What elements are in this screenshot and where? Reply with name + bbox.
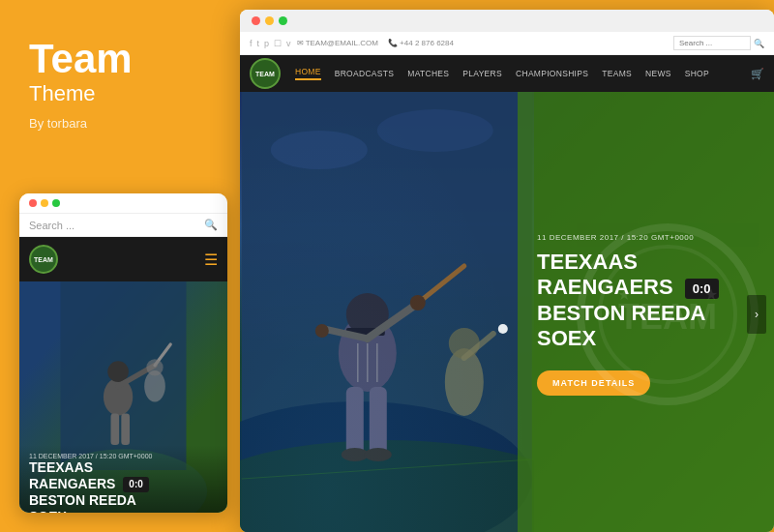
- mobile-match-date: 11 DECEMBER 2017 / 15:20 GMT+0000: [29, 453, 218, 459]
- nav-item-teams[interactable]: TEAMS: [602, 69, 632, 78]
- nav-item-broadcasts[interactable]: BROADCASTS: [335, 69, 395, 78]
- topbar-search[interactable]: 🔍: [673, 36, 764, 50]
- theme-author: By torbara: [29, 116, 203, 131]
- nav-item-championships[interactable]: CHAMPIONSHIPS: [516, 69, 588, 78]
- mobile-titlebar: [19, 193, 227, 213]
- email-contact: ✉ TEAM@EMAIL.COM: [297, 39, 378, 47]
- theme-title: Team: [29, 39, 203, 79]
- svg-text:★: ★: [617, 286, 631, 303]
- hero-next-arrow[interactable]: ›: [747, 295, 766, 334]
- mobile-dot-green: [52, 199, 60, 207]
- topbar-social: f t p ☐ v: [250, 39, 291, 48]
- desktop-dot-yellow: [265, 16, 274, 25]
- topbar-left: f t p ☐ v ✉ TEAM@EMAIL.COM 📞 +44 2 876 6…: [250, 39, 454, 48]
- mobile-match-title: TEEXAAS RAENGAERS 0:0 BESTON REEDA SOEX: [29, 459, 218, 513]
- stadium-lights: [240, 92, 534, 532]
- nav-item-home[interactable]: HOME: [295, 67, 321, 80]
- hero-overlay-right: TEAM ★ ★ 11 DECEMBER 2017 / 15:20 GMT+00…: [518, 92, 774, 532]
- theme-subtitle: Theme: [29, 81, 203, 106]
- svg-rect-4: [111, 414, 120, 446]
- desktop-hero: TEAM ★ ★ 11 DECEMBER 2017 / 15:20 GMT+00…: [240, 92, 774, 532]
- svg-point-3: [107, 361, 129, 382]
- desktop-dot-green: [279, 16, 287, 25]
- desktop-navbar: TEAM HOMEBROADCASTSMATCHESPLAYERSCHAMPIO…: [240, 55, 774, 92]
- nav-item-players[interactable]: PLAYERS: [462, 69, 502, 78]
- desktop-mockup: f t p ☐ v ✉ TEAM@EMAIL.COM 📞 +44 2 876 6…: [240, 10, 774, 532]
- svg-point-9: [146, 359, 163, 375]
- topbar-contact: ✉ TEAM@EMAIL.COM 📞 +44 2 876 6284: [297, 39, 454, 47]
- svg-text:TEAM: TEAM: [618, 297, 717, 337]
- mobile-menu-icon[interactable]: ☰: [204, 251, 218, 269]
- mobile-score-badge: 0:0: [123, 477, 148, 492]
- hero-watermark-logo: TEAM ★ ★: [571, 218, 764, 411]
- pinterest-icon[interactable]: p: [264, 39, 269, 48]
- desktop-topbar: f t p ☐ v ✉ TEAM@EMAIL.COM 📞 +44 2 876 6…: [240, 32, 774, 55]
- mobile-search-input[interactable]: Search ...: [29, 220, 204, 231]
- desktop-search-input[interactable]: [673, 36, 751, 50]
- svg-text:★: ★: [704, 286, 718, 303]
- nav-item-news[interactable]: NEWS: [645, 69, 671, 78]
- cart-icon[interactable]: 🛒: [751, 68, 764, 80]
- mobile-hero-overlay: 11 DECEMBER 2017 / 15:20 GMT+0000 TEEXAA…: [19, 445, 227, 513]
- mobile-search-icon: 🔍: [204, 219, 218, 231]
- desktop-dot-red: [252, 16, 260, 25]
- instagram-icon[interactable]: ☐: [274, 39, 282, 48]
- facebook-icon[interactable]: f: [250, 39, 253, 48]
- nav-item-matches[interactable]: MATCHES: [407, 69, 449, 78]
- mobile-dot-red: [29, 199, 37, 207]
- mobile-nav: TEAM ☰: [19, 237, 227, 281]
- mobile-logo: TEAM: [29, 245, 58, 274]
- phone-contact: 📞 +44 2 876 6284: [388, 39, 454, 47]
- twitter-icon[interactable]: t: [257, 39, 260, 48]
- desktop-nav-items: HOMEBROADCASTSMATCHESPLAYERSCHAMPIONSHIP…: [295, 67, 751, 80]
- vimeo-icon[interactable]: v: [286, 39, 291, 48]
- desktop-search-button[interactable]: 🔍: [754, 39, 764, 48]
- svg-rect-5: [121, 414, 130, 446]
- desktop-titlebar: [240, 10, 774, 32]
- mobile-dot-yellow: [41, 199, 48, 207]
- mobile-search-bar: Search ... 🔍: [19, 213, 227, 237]
- nav-item-shop[interactable]: SHOP: [685, 69, 709, 78]
- desktop-logo: TEAM: [250, 58, 281, 89]
- mobile-mockup: Search ... 🔍 TEAM ☰: [19, 193, 227, 513]
- mobile-hero: 11 DECEMBER 2017 / 15:20 GMT+0000 TEEXAA…: [19, 281, 227, 513]
